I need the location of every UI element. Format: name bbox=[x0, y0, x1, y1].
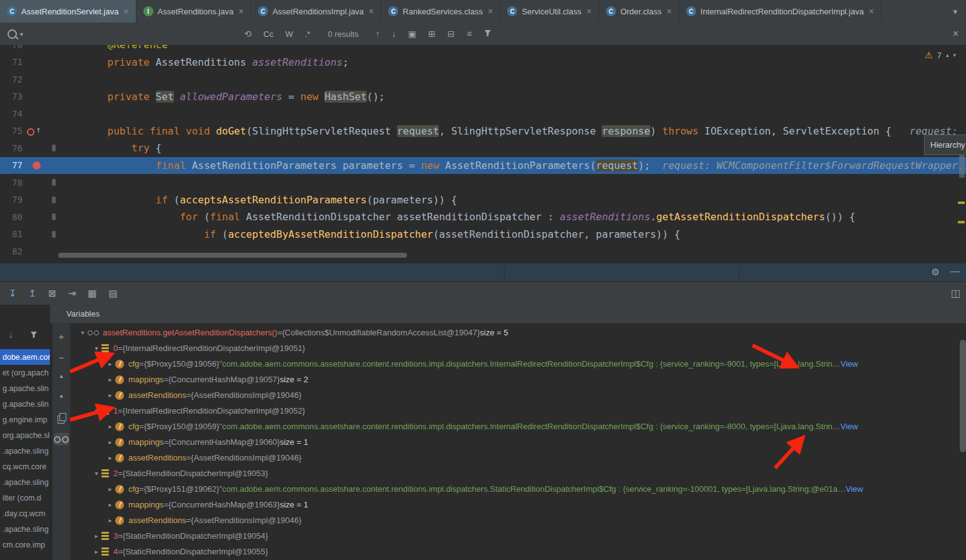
variable-row[interactable]: ▸fcfg = {$Proxy150@19059} "com.adobe.aem… bbox=[70, 419, 966, 434]
tab-serviceutil-class[interactable]: CServiceUtil.class× bbox=[500, 0, 599, 23]
jump-to-source-icon[interactable]: ⇥ bbox=[68, 288, 76, 299]
exclude-filter-icon[interactable]: ⊟ bbox=[448, 29, 455, 39]
tab-assetrenditions-java[interactable]: IAssetRenditions.java× bbox=[136, 0, 252, 23]
warning-stripe-mark[interactable] bbox=[958, 221, 965, 223]
breakpoint-icon[interactable] bbox=[33, 161, 41, 170]
chevron-right-icon[interactable]: ▸ bbox=[91, 548, 101, 555]
frame-row[interactable]: .apache.sling bbox=[0, 521, 50, 537]
frame-row[interactable]: cm.core.imp bbox=[0, 537, 50, 552]
variable-row[interactable]: ▸fcfg = {$Proxy151@19062} "com.adobe.aem… bbox=[70, 481, 966, 497]
inspections-widget[interactable]: ⚠ 7 ▴ ▾ bbox=[925, 50, 956, 60]
match-case-toggle[interactable]: Cc bbox=[264, 29, 274, 39]
search-history-caret-icon[interactable]: ▾ bbox=[20, 31, 23, 38]
chevron-right-icon[interactable]: ▸ bbox=[105, 392, 115, 399]
chevron-right-icon[interactable]: ▸ bbox=[91, 532, 101, 539]
variable-row[interactable]: ▸fassetRenditions = {AssetRenditionsImpl… bbox=[70, 387, 966, 403]
previous-occurrence-icon[interactable]: ↑ bbox=[376, 29, 380, 39]
frame-row[interactable]: g.apache.slin bbox=[0, 396, 50, 412]
regex-toggle[interactable]: .* bbox=[305, 29, 311, 39]
view-link[interactable]: View bbox=[841, 359, 858, 369]
chevron-right-icon[interactable]: ▸ bbox=[105, 501, 115, 508]
variable-row[interactable]: ▸fcfg = {$Proxy150@19056} "com.adobe.aem… bbox=[70, 356, 966, 372]
scroll-to-frame-icon[interactable]: ↓ bbox=[9, 330, 13, 340]
frame-row[interactable]: org.apache.sli bbox=[0, 427, 50, 443]
frame-row[interactable]: .apache.sling bbox=[0, 443, 50, 459]
export-watches-icon[interactable]: ↥ bbox=[29, 288, 37, 299]
hide-panel-icon[interactable]: — bbox=[950, 265, 960, 276]
chevron-right-icon[interactable]: ▸ bbox=[105, 486, 115, 492]
frame-row[interactable]: et (org.apach bbox=[0, 365, 50, 380]
chevron-down-icon[interactable]: ▾ bbox=[78, 329, 88, 336]
layout-settings-icon[interactable]: ◫ bbox=[951, 287, 960, 299]
tab-order-class[interactable]: COrder.class× bbox=[599, 0, 679, 23]
close-tab-icon[interactable]: × bbox=[667, 6, 672, 16]
recent-search-icon[interactable]: ⟲ bbox=[244, 29, 252, 39]
code-line-73[interactable]: 73 private Set allowedParameters = new H… bbox=[0, 88, 966, 106]
tab-assetrenditionsimpl-java[interactable]: CAssetRenditionsImpl.java× bbox=[251, 0, 381, 23]
new-watch-icon[interactable]: + bbox=[53, 331, 70, 342]
import-watches-icon[interactable]: ↧ bbox=[9, 288, 17, 299]
frame-row[interactable]: .apache.sling bbox=[0, 474, 50, 490]
code-line-71[interactable]: 71 private AssetRenditions assetRenditio… bbox=[0, 54, 966, 71]
frame-row[interactable]: .day.cq.wcm bbox=[0, 506, 50, 521]
settings-gear-icon[interactable]: ⚙ bbox=[932, 267, 940, 278]
close-search-icon[interactable]: × bbox=[953, 28, 958, 39]
hierarchy-popup[interactable]: Hierarchy bbox=[924, 135, 966, 155]
search-icon[interactable] bbox=[8, 29, 17, 39]
code-line-81[interactable]: 81 if (acceptedByAssetRenditionDispatche… bbox=[0, 226, 966, 243]
chevron-right-icon[interactable]: ▸ bbox=[105, 439, 115, 445]
view-link[interactable]: View bbox=[841, 422, 858, 431]
variables-scrollbar[interactable] bbox=[960, 340, 966, 452]
remove-watch-icon[interactable]: − bbox=[53, 352, 70, 363]
variable-row[interactable]: ▾0 = {InternalRedirectRenditionDispatche… bbox=[70, 340, 966, 356]
code-line-78[interactable]: 78 bbox=[0, 174, 966, 191]
variable-row[interactable]: ▾2 = {StaticRenditionDispatcherImpl@1905… bbox=[70, 466, 966, 481]
next-problem-icon[interactable]: ▾ bbox=[953, 52, 956, 58]
code-line-77[interactable]: 77 final AssetRenditionParameters parame… bbox=[0, 157, 966, 175]
chevron-down-icon[interactable]: ▾ bbox=[91, 345, 101, 352]
frame-row[interactable]: dobe.aem.cor bbox=[0, 349, 50, 365]
code-line-74[interactable]: 74 bbox=[0, 105, 966, 123]
chevron-right-icon[interactable]: ▸ bbox=[105, 517, 115, 524]
code-line-72[interactable]: 72 bbox=[0, 71, 966, 88]
chevron-right-icon[interactable]: ▸ bbox=[105, 376, 115, 383]
tab-rankedservices-class[interactable]: CRankedServices.class× bbox=[381, 0, 500, 23]
next-occurrence-icon[interactable]: ↓ bbox=[392, 29, 396, 39]
override-arrow-icon[interactable]: ↑ bbox=[36, 125, 41, 135]
tab-assetrenditionservlet-java[interactable]: CAssetRenditionServlet.java× bbox=[0, 0, 136, 23]
code-line-76[interactable]: 76 try { bbox=[0, 140, 966, 157]
variable-row[interactable]: ▸3 = {StaticRenditionDispatcherImpl@1905… bbox=[70, 528, 966, 544]
hidden-tabs-button[interactable]: ▾ bbox=[944, 0, 966, 23]
move-up-icon[interactable]: ▴ bbox=[53, 372, 70, 379]
chevron-right-icon[interactable]: ▸ bbox=[105, 360, 115, 367]
show-watches-toggle[interactable] bbox=[54, 433, 69, 445]
table-view-icon[interactable]: ▦ bbox=[88, 288, 96, 299]
filter-funnel-icon[interactable] bbox=[484, 29, 491, 39]
variable-row[interactable]: ▸fassetRenditions = {AssetRenditionsImpl… bbox=[70, 450, 966, 466]
view-link[interactable]: View bbox=[846, 484, 863, 494]
frame-row[interactable]: g.engine.imp bbox=[0, 412, 50, 427]
frames-filter-icon[interactable] bbox=[30, 330, 38, 340]
close-tab-icon[interactable]: × bbox=[869, 6, 874, 16]
frame-row[interactable]: g.apache.slin bbox=[0, 380, 50, 396]
variable-row[interactable]: ▸fassetRenditions = {AssetRenditionsImpl… bbox=[70, 512, 966, 528]
add-filter-icon[interactable]: ⊞ bbox=[428, 29, 436, 39]
chevron-right-icon[interactable]: ▸ bbox=[105, 423, 115, 430]
editor[interactable]: 70 @Reference71 private AssetRenditions … bbox=[0, 45, 966, 263]
tab-internalredirectrenditiondispatcherimpl-java[interactable]: CInternalRedirectRenditionDispatcherImpl… bbox=[679, 0, 881, 23]
frame-row[interactable]: cq.wcm.core bbox=[0, 459, 50, 474]
code-line-80[interactable]: 80 for (final AssetRenditionDispatcher a… bbox=[0, 208, 966, 226]
search-options-icon[interactable]: ≡ bbox=[466, 29, 471, 39]
move-down-icon[interactable]: ▾ bbox=[53, 393, 70, 400]
vertical-scrollbar[interactable] bbox=[959, 155, 965, 178]
warning-stripe-mark[interactable] bbox=[958, 201, 965, 204]
duplicate-watch-icon[interactable] bbox=[58, 415, 64, 424]
close-tab-icon[interactable]: × bbox=[587, 6, 592, 16]
code-line-79[interactable]: 79 if (acceptsAssetRenditionParameters(p… bbox=[0, 191, 966, 209]
close-tab-icon[interactable]: × bbox=[239, 6, 244, 16]
close-tab-icon[interactable]: × bbox=[123, 6, 128, 16]
variable-row[interactable]: ▸fmappings = {ConcurrentHashMap@19063} s… bbox=[70, 497, 966, 512]
search-input[interactable] bbox=[29, 29, 232, 39]
method-breakpoint-icon[interactable] bbox=[27, 128, 34, 136]
clear-icon[interactable]: ⊠ bbox=[48, 288, 56, 299]
